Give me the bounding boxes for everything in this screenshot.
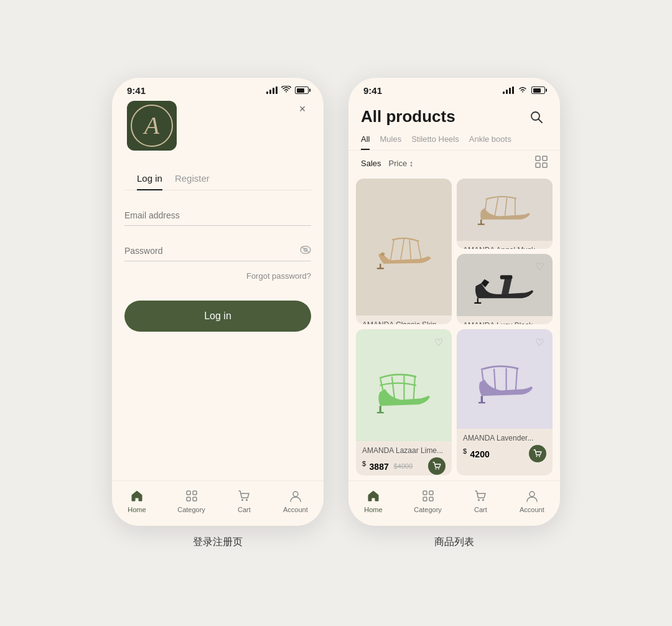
signal-icon — [266, 86, 278, 94]
nav-home-label-products: Home — [364, 506, 382, 513]
nav-home-products[interactable]: Home — [364, 488, 382, 513]
tab-all[interactable]: All — [361, 134, 370, 150]
product-name-5: AMANDA Lavender... — [463, 434, 546, 442]
svg-line-11 — [539, 119, 543, 123]
status-time-login: 9:41 — [127, 85, 146, 96]
svg-line-44 — [515, 369, 516, 390]
logo-box: A — [127, 101, 177, 151]
account-icon — [288, 488, 303, 503]
product-info-4: AMANDA Lucy Black 9.5c... $ 5788 — [457, 316, 553, 324]
login-phone-wrapper: 9:41 — [112, 78, 324, 549]
wifi-icon-products — [518, 86, 528, 95]
password-input[interactable] — [124, 241, 311, 261]
product-card-1[interactable]: AMANDA Classic Skin... $ 2300 — [356, 179, 452, 325]
email-field-wrapper — [124, 205, 311, 226]
product-card-5[interactable]: ♡ — [457, 329, 553, 475]
password-field-wrapper — [124, 241, 311, 261]
nav-category-products[interactable]: Category — [414, 488, 442, 513]
product-price-val-5: 4200 — [470, 449, 490, 459]
login-button[interactable]: Log in — [124, 301, 311, 332]
eye-icon[interactable] — [300, 246, 311, 256]
product-name-3: AMANDA Lazaar Lime... — [362, 446, 446, 455]
filter-options: Sales Price ↕ — [361, 159, 413, 168]
svg-point-8 — [246, 499, 248, 501]
product-card-4[interactable]: ♡ — [457, 254, 553, 324]
filter-sales[interactable]: Sales — [361, 159, 381, 168]
category-icon — [184, 488, 199, 503]
svg-point-53 — [482, 499, 484, 501]
nav-account-login[interactable]: Account — [283, 488, 308, 513]
wishlist-5[interactable]: ♡ — [531, 334, 548, 350]
svg-rect-50 — [423, 497, 427, 501]
tab-ankle[interactable]: Ankle boots — [469, 134, 511, 150]
product-price-5: $ 4200 — [463, 447, 490, 460]
cart-icon-products — [473, 488, 488, 503]
nav-category-label-products: Category — [414, 506, 442, 513]
product-card-3[interactable]: ♡ — [356, 329, 452, 475]
search-button[interactable] — [525, 106, 548, 128]
login-phone: 9:41 — [112, 78, 324, 526]
tab-mules[interactable]: Mules — [380, 134, 401, 150]
tab-stiletto[interactable]: Stiletto Heels — [411, 134, 459, 150]
svg-line-17 — [401, 238, 404, 259]
forgot-password-link[interactable]: Forgot password? — [124, 271, 311, 281]
svg-line-16 — [390, 240, 393, 261]
email-input[interactable] — [124, 205, 311, 226]
login-phone-label: 登录注册页 — [193, 536, 243, 549]
svg-rect-48 — [423, 491, 427, 495]
nav-cart-products[interactable]: Cart — [473, 488, 488, 513]
category-tabs: All Mules Stiletto Heels Ankle boots — [348, 128, 560, 151]
add-to-cart-3[interactable] — [428, 457, 446, 475]
svg-rect-5 — [187, 497, 190, 501]
account-icon-products — [525, 488, 539, 503]
wishlist-3[interactable]: ♡ — [431, 334, 447, 350]
products-header: All products — [348, 101, 560, 128]
tab-login[interactable]: Log in — [137, 173, 162, 190]
nav-home-login[interactable]: Home — [128, 488, 146, 513]
svg-rect-4 — [193, 491, 197, 495]
bottom-nav-products: Home Category — [348, 480, 560, 526]
svg-line-37 — [413, 376, 414, 399]
svg-point-9 — [293, 492, 298, 497]
status-icons-products — [503, 86, 545, 95]
svg-rect-14 — [536, 163, 540, 167]
cart-icon — [236, 488, 251, 503]
svg-line-24 — [495, 198, 498, 216]
login-header: × A — [112, 101, 324, 163]
tab-register[interactable]: Register — [175, 173, 210, 190]
product-info-3: AMANDA Lazaar Lime... $ 3887 $4000 — [356, 441, 452, 475]
filter-price[interactable]: Price ↕ — [389, 159, 414, 168]
close-button[interactable]: × — [294, 101, 311, 118]
svg-line-35 — [391, 376, 394, 399]
svg-point-52 — [478, 499, 480, 501]
svg-line-42 — [494, 369, 495, 391]
nav-account-products[interactable]: Account — [520, 488, 544, 513]
svg-line-2 — [301, 247, 310, 253]
product-card-2[interactable]: AMANDA Angel Musk... $ 2300 — [457, 179, 553, 249]
svg-point-46 — [536, 456, 538, 457]
svg-rect-49 — [429, 491, 433, 495]
product-price-row-3: $ 3887 $4000 — [362, 457, 446, 475]
home-icon-products — [366, 488, 381, 503]
filter-bar: Sales Price ↕ — [348, 151, 560, 176]
products-phone: 9:41 — [348, 78, 560, 526]
nav-account-label-products: Account — [520, 506, 544, 513]
nav-category-login[interactable]: Category — [177, 488, 205, 513]
nav-cart-login[interactable]: Cart — [236, 488, 251, 513]
category-icon-products — [421, 488, 436, 503]
login-screen: × A Log in Register — [112, 101, 324, 480]
add-to-cart-5[interactable] — [529, 445, 546, 462]
products-phone-label: 商品列表 — [434, 536, 474, 549]
product-price-val-3: 3887 — [370, 462, 389, 472]
svg-rect-12 — [536, 156, 540, 161]
nav-cart-label-products: Cart — [474, 506, 487, 513]
svg-point-40 — [438, 469, 439, 470]
svg-point-7 — [241, 499, 243, 501]
wishlist-4[interactable]: ♡ — [531, 259, 548, 275]
product-info-2: AMANDA Angel Musk... $ 2300 — [457, 241, 553, 249]
status-icons-login — [266, 86, 309, 95]
page-title: All products — [361, 107, 455, 126]
logo-letter: A — [144, 111, 159, 140]
nav-cart-label-login: Cart — [238, 506, 251, 513]
grid-toggle-button[interactable] — [535, 156, 548, 171]
